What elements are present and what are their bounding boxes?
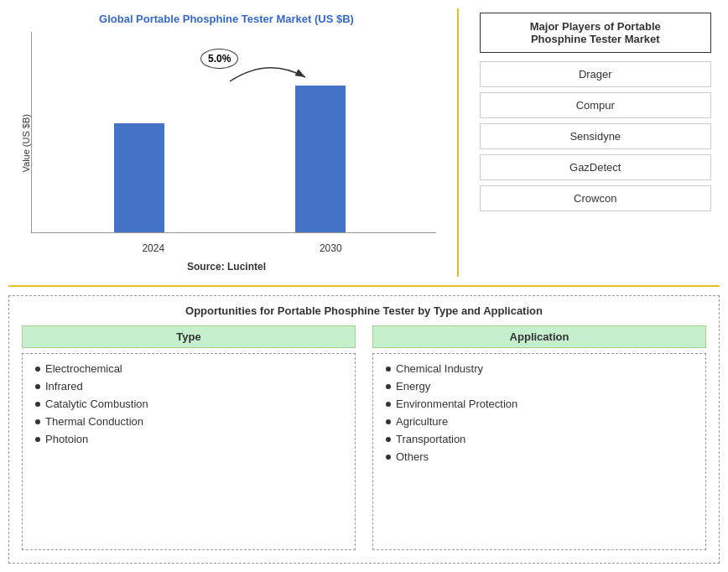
app-item-0: Chemical Industry [386, 362, 693, 375]
opportunities-title: Opportunities for Portable Phosphine Tes… [22, 304, 706, 317]
bullet-4 [35, 437, 40, 442]
bar-group-2030 [295, 86, 346, 232]
players-title: Major Players of PortablePhosphine Teste… [480, 13, 712, 53]
top-section: Global Portable Phosphine Tester Market … [8, 8, 720, 277]
source-text: Source: Lucintel [17, 261, 436, 273]
application-list-box: Chemical Industry Energy Environmental P… [372, 353, 706, 550]
y-axis-label: Value (US $B) [17, 114, 31, 173]
player-gazdetect: GazDetect [480, 154, 712, 180]
opportunities-grid: Type Electrochemical Infrared Catalytic … [22, 325, 706, 550]
bar-label-2024: 2024 [142, 242, 164, 254]
bar-label-2030: 2030 [320, 242, 342, 254]
main-container: Global Portable Phosphine Tester Market … [0, 0, 728, 572]
cagr-arrow [226, 60, 309, 86]
type-list-box: Electrochemical Infrared Catalytic Combu… [22, 353, 356, 550]
type-item-1: Infrared [35, 380, 342, 393]
x-axis-labels: 2024 2030 [31, 237, 436, 254]
bars-container: 5.0% [31, 32, 436, 233]
vertical-yellow-divider [457, 8, 459, 277]
app-bullet-5 [386, 455, 391, 460]
app-item-3: Agriculture [386, 415, 693, 428]
chart-area: Global Portable Phosphine Tester Market … [8, 8, 445, 277]
app-bullet-3 [386, 419, 391, 424]
app-bullet-2 [386, 402, 391, 407]
player-crowcon: Crowcon [480, 185, 712, 211]
chart-plot: 5.0% [31, 32, 436, 254]
player-drager: Drager [480, 61, 712, 87]
bar-2030 [295, 86, 346, 232]
bottom-section: Opportunities for Portable Phosphine Tes… [8, 295, 720, 564]
app-bullet-1 [386, 384, 391, 389]
app-bullet-0 [386, 367, 391, 372]
chart-title: Global Portable Phosphine Tester Market … [17, 13, 436, 25]
type-item-2: Catalytic Combustion [35, 398, 342, 410]
app-bullet-4 [386, 437, 391, 442]
application-column: Application Chemical Industry Energy Env… [372, 325, 706, 550]
type-item-0: Electrochemical [35, 362, 342, 375]
bar-group-2024 [114, 123, 164, 232]
player-sensidyne: Sensidyne [480, 123, 712, 149]
type-header: Type [22, 325, 356, 348]
bullet-1 [35, 384, 40, 389]
horizontal-yellow-divider [8, 285, 720, 287]
players-area: Major Players of PortablePhosphine Teste… [471, 8, 720, 277]
bullet-3 [35, 419, 40, 424]
app-item-4: Transportation [386, 433, 693, 445]
chart-wrapper: Value (US $B) 5.0% [17, 32, 436, 254]
application-header: Application [372, 325, 706, 348]
type-column: Type Electrochemical Infrared Catalytic … [22, 325, 356, 550]
app-item-2: Environmental Protection [386, 398, 693, 410]
app-item-5: Others [386, 450, 693, 463]
bar-2024 [114, 123, 164, 232]
bullet-0 [35, 367, 40, 372]
bullet-2 [35, 402, 40, 407]
app-item-1: Energy [386, 380, 693, 393]
type-item-4: Photoion [35, 433, 342, 445]
type-item-3: Thermal Conduction [35, 415, 342, 428]
cagr-annotation: 5.0% [200, 49, 238, 69]
player-compur: Compur [480, 92, 712, 118]
